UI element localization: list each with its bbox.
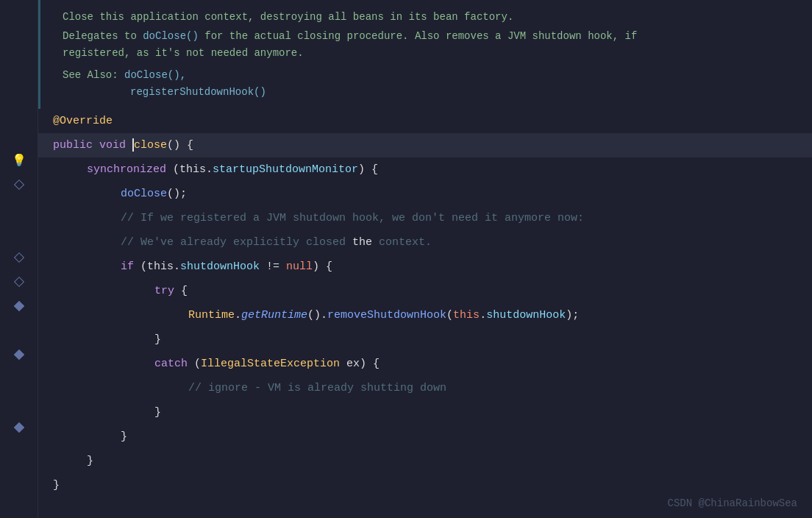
code-line-doclose: doClose(); xyxy=(38,182,812,206)
gutter-line-comment2 xyxy=(0,245,38,269)
code-line-sync: synchronized (this.startupShutdownMonito… xyxy=(38,157,812,182)
if-open: (this. xyxy=(140,255,180,279)
code-line-comment2: // We've already explicitly closed the c… xyxy=(38,230,812,255)
comment2-the: the xyxy=(352,230,372,255)
gutter-line-catch xyxy=(0,366,38,391)
diamond-icon-comment2 xyxy=(13,252,24,262)
code-line-catch: catch (IllegalStateException ex) { xyxy=(38,352,812,376)
code-line-ignore: // ignore - VM is already shutting down xyxy=(38,376,812,400)
gutter-line-doclose xyxy=(0,196,38,221)
remove-open: ( xyxy=(446,303,453,327)
if-field: shutdownHook xyxy=(180,255,260,279)
code-line-override: @Override xyxy=(38,109,812,133)
kw-public: public xyxy=(53,133,99,157)
comment1-text: // If we registered a JVM shutdown hook,… xyxy=(121,206,584,230)
gutter-line-runtime xyxy=(0,318,38,342)
gutter-line-methodend xyxy=(0,464,38,488)
sync-open: (this. xyxy=(173,157,213,182)
runtime-call: (). xyxy=(307,303,327,327)
doc-code-doclose: doClose() xyxy=(143,30,199,42)
diamond-icon-try xyxy=(13,300,24,311)
gutter-line-tryclose xyxy=(0,342,38,366)
method-params: () { xyxy=(167,133,193,157)
annotation-override: @Override xyxy=(53,109,113,133)
comment2-text: // We've already explicitly closed xyxy=(121,230,352,255)
runtime-method: getRuntime xyxy=(241,303,307,327)
kw-void: void xyxy=(99,133,132,157)
gutter-line-catchclose xyxy=(0,415,38,439)
see-also-label: See Also: xyxy=(63,69,124,81)
doc-text-rest: for the actual closing procedure. Also r… xyxy=(199,30,638,42)
catch-exception-type: IllegalStateException xyxy=(201,352,340,376)
see-link-2: registerShutdownHook() xyxy=(130,86,266,98)
gutter: 💡 xyxy=(0,0,38,518)
try-open: { xyxy=(181,279,188,303)
code-line-try: try { xyxy=(38,279,812,303)
gutter-icons: 💡 xyxy=(0,0,38,512)
code-line-if: if (this.shutdownHook != null) { xyxy=(38,255,812,279)
runtime-dot: . xyxy=(235,303,241,327)
catch-close-brace: } xyxy=(154,400,161,425)
doclose-call: doClose xyxy=(121,182,167,206)
gutter-line-ifend xyxy=(0,439,38,464)
kw-synchronized: synchronized xyxy=(87,157,173,182)
gutter-line-sync xyxy=(0,172,38,196)
code-line-catch-close: } xyxy=(38,400,812,425)
method-name-close: close xyxy=(134,133,167,157)
code-area[interactable]: Close this application context, destroyi… xyxy=(38,0,812,518)
remove-this: this xyxy=(453,303,480,327)
sync-field: startupShutdownMonitor xyxy=(213,157,358,182)
code-line-outer-end: } xyxy=(38,473,812,497)
if-close: ) { xyxy=(313,255,332,279)
if-op: != xyxy=(260,255,286,279)
remove-close: ); xyxy=(566,303,579,327)
see-link-1: doClose(), xyxy=(124,69,186,81)
kw-try: try xyxy=(154,279,181,303)
doc-line-3: registered, as it's not needed anymore. xyxy=(63,45,812,61)
method-end-brace: } xyxy=(87,449,93,473)
doc-see-link-2-line: registerShutdownHook() xyxy=(130,84,812,100)
doc-text-1: Close this application context, destroyi… xyxy=(63,11,513,23)
gutter-line-if xyxy=(0,269,38,294)
code-line-if-end: } xyxy=(38,425,812,449)
gutter-line-outerend xyxy=(0,488,38,512)
editor-container: 💡 xyxy=(0,0,812,518)
remove-field: shutdownHook xyxy=(486,303,566,327)
diamond-icon-if xyxy=(13,276,24,286)
code-line-try-close: } xyxy=(38,327,812,352)
doc-text-3: registered, as it's not needed anymore. xyxy=(63,47,304,59)
kw-if: if xyxy=(121,255,140,279)
doc-line-2: Delegates to doClose() for the actual cl… xyxy=(63,28,812,44)
outer-end-brace: } xyxy=(53,473,60,497)
diamond-icon-sync xyxy=(13,179,24,189)
gutter-line-method[interactable]: 💡 xyxy=(0,148,38,172)
gutter-line-try xyxy=(0,294,38,318)
code-line-method-end: } xyxy=(38,449,812,473)
doc-text-delegates: Delegates to xyxy=(63,30,143,42)
diamond-icon-catchclose xyxy=(13,422,24,432)
diamond-icon-tryclose xyxy=(13,349,24,359)
code-line-runtime: Runtime.getRuntime().removeShutdownHook(… xyxy=(38,303,812,327)
gutter-line-comment1 xyxy=(0,221,38,245)
code-line-comment1: // If we registered a JVM shutdown hook,… xyxy=(38,206,812,230)
gutter-line-ignore xyxy=(0,391,38,415)
sync-close: ) { xyxy=(358,157,378,182)
lightbulb-icon[interactable]: 💡 xyxy=(12,153,26,168)
catch-param: ( xyxy=(194,352,201,376)
comment2-rest: context. xyxy=(372,230,432,255)
catch-var: ex) { xyxy=(340,352,380,376)
if-null: null xyxy=(286,255,313,279)
if-end-brace: } xyxy=(121,425,127,449)
remove-dot: . xyxy=(480,303,486,327)
doc-comment-block: Close this application context, destroyi… xyxy=(38,0,812,109)
remove-method: removeShutdownHook xyxy=(327,303,446,327)
watermark: CSDN @ChinaRainbowSea xyxy=(668,497,797,509)
code-line-method-sig: public void close() { xyxy=(38,133,812,157)
doc-see-also: See Also: doClose(), xyxy=(63,67,812,83)
doc-line-1: Close this application context, destroyi… xyxy=(63,9,812,25)
gutter-line-override xyxy=(0,124,38,148)
ignore-comment: // ignore - VM is already shutting down xyxy=(188,376,446,400)
try-close-brace: } xyxy=(154,327,161,352)
runtime-class: Runtime xyxy=(188,303,235,327)
kw-catch: catch xyxy=(154,352,194,376)
